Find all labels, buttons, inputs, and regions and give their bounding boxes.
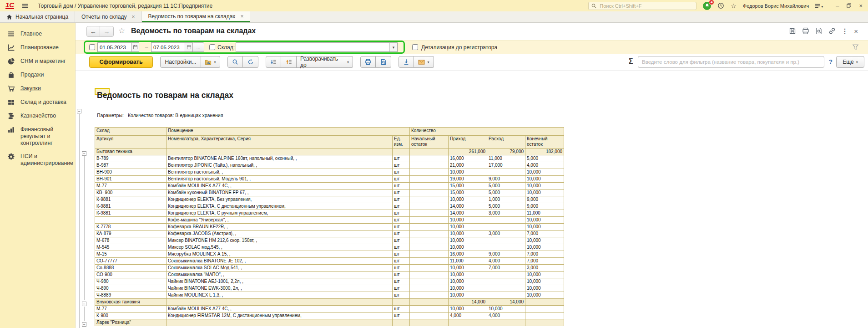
cell-unit[interactable]: шт bbox=[393, 237, 410, 244]
cell-article[interactable]: К-9881 bbox=[95, 203, 167, 210]
cell-article[interactable]: ВН-900 bbox=[95, 169, 167, 176]
cell-inflow[interactable]: 10,000 bbox=[449, 196, 487, 203]
cell-end[interactable]: 11,000 bbox=[525, 210, 564, 217]
cell-end[interactable]: 10,000 bbox=[525, 217, 564, 224]
cell-inflow[interactable]: 14,000 bbox=[449, 203, 487, 210]
tab-vedomost-po-tovaram[interactable]: Ведомость по товарам на складах × bbox=[142, 11, 251, 22]
cell-name[interactable]: Чайник BINATONE EWK-3000, 2л, , bbox=[167, 285, 393, 292]
sidebar-item-sklad-i-dostavka[interactable]: Склад и доставка bbox=[0, 96, 75, 109]
cell-end[interactable]: 10,000 bbox=[525, 176, 564, 183]
table-row[interactable]: М-77Комбайн MOULINEX А77 4С, ,шт10,00010… bbox=[95, 306, 564, 313]
table-row[interactable]: К-9881Кондиционер ELEKTA, С ручным управ… bbox=[95, 210, 564, 217]
table-row[interactable]: М-15Мясорубка MOULINEX А 15, ,шт16,0009,… bbox=[95, 251, 564, 258]
cell-begin[interactable] bbox=[410, 190, 449, 196]
cell-name[interactable]: Кофе-машина "Универсал", , bbox=[167, 217, 393, 224]
cell-end[interactable] bbox=[525, 306, 564, 313]
sidebar-item-kaznacheystvo[interactable]: Казначейство bbox=[0, 109, 75, 123]
date-from-input[interactable] bbox=[97, 42, 131, 52]
cell-unit[interactable] bbox=[393, 319, 410, 326]
find-button[interactable] bbox=[227, 56, 243, 68]
warehouse-checkbox[interactable] bbox=[209, 44, 215, 50]
cell-inflow[interactable]: 16,000 bbox=[449, 251, 487, 258]
cell-outflow[interactable] bbox=[487, 285, 525, 292]
cell-inflow[interactable]: 14,000 bbox=[449, 299, 487, 306]
cell-unit[interactable]: шт bbox=[393, 265, 410, 272]
cell-end[interactable]: 10,000 bbox=[525, 272, 564, 278]
cell-inflow[interactable]: 10,000 bbox=[449, 278, 487, 285]
cell-begin[interactable] bbox=[410, 231, 449, 237]
cell-article[interactable]: СО-980 bbox=[95, 272, 167, 278]
cell-begin[interactable] bbox=[410, 313, 449, 319]
cell-begin[interactable] bbox=[410, 306, 449, 313]
cell-outflow[interactable] bbox=[487, 217, 525, 224]
cell-article[interactable]: М-678 bbox=[95, 237, 167, 244]
table-row[interactable]: М-545Миксер SOLAC мод.545, ,шт10,00010,0… bbox=[95, 244, 564, 251]
dropdown-caret-icon[interactable]: ▾ bbox=[389, 43, 397, 51]
cell-article[interactable]: Ч-8889 bbox=[95, 292, 167, 299]
settings-button[interactable]: Настройки... bbox=[160, 56, 201, 68]
cell-end[interactable]: 10,000 bbox=[525, 285, 564, 292]
cell-unit[interactable]: шт bbox=[393, 224, 410, 231]
group-row[interactable]: Ларек "Розница" bbox=[95, 319, 564, 326]
cell-article[interactable]: Ларек "Розница" bbox=[95, 319, 167, 326]
cell-inflow[interactable]: 10,000 bbox=[449, 272, 487, 278]
table-row[interactable]: В-987Вентилятор JIPONIC (Тайв.), напольн… bbox=[95, 162, 564, 169]
cell-name[interactable]: Вентилятор BINATONE ALPINE 160вт, наполь… bbox=[167, 155, 393, 162]
cell-name[interactable] bbox=[167, 299, 393, 306]
cell-outflow[interactable] bbox=[487, 292, 525, 299]
sidebar-item-crm-i-marketing[interactable]: CRM и маркетинг bbox=[0, 55, 75, 68]
sidebar-item-prodazhi[interactable]: Продажи bbox=[0, 68, 75, 82]
table-row[interactable]: Ч-980Чайник BINATONE AEJ-1001, 2,2л, ,шт… bbox=[95, 278, 564, 285]
table-row[interactable]: Ч-890Чайник BINATONE EWK-3000, 2л, ,шт10… bbox=[95, 285, 564, 292]
table-row[interactable]: КА-879Кофеварка JACOBS (Австрия), ,шт10,… bbox=[95, 231, 564, 237]
cell-begin[interactable] bbox=[410, 176, 449, 183]
cell-article[interactable]: К-9881 bbox=[95, 210, 167, 217]
cell-outflow[interactable]: 4,000 bbox=[487, 313, 525, 319]
cell-outflow[interactable] bbox=[487, 278, 525, 285]
table-row[interactable]: К-9881Кондиционер ELEKTA, Без управления… bbox=[95, 196, 564, 203]
cell-end[interactable]: 10,000 bbox=[525, 190, 564, 196]
print-button[interactable] bbox=[360, 56, 376, 68]
cell-article[interactable]: ВН-901 bbox=[95, 176, 167, 183]
cell-article[interactable]: К-9881 bbox=[95, 196, 167, 203]
cell-begin[interactable] bbox=[410, 169, 449, 176]
cell-article[interactable]: Ч-890 bbox=[95, 285, 167, 292]
cell-article[interactable]: КВ- 900 bbox=[95, 190, 167, 196]
period-options-button[interactable]: ... bbox=[192, 42, 204, 52]
cell-end[interactable] bbox=[525, 313, 564, 319]
collapse-group-toggle[interactable]: − bbox=[82, 322, 86, 327]
cell-end[interactable]: 9,000 bbox=[525, 196, 564, 203]
cell-unit[interactable]: шт bbox=[393, 183, 410, 190]
cell-inflow[interactable]: 261,000 bbox=[449, 149, 487, 155]
cell-end[interactable]: 10,000 bbox=[525, 278, 564, 285]
cell-begin[interactable] bbox=[410, 258, 449, 265]
cell-end[interactable]: 9,000 bbox=[525, 203, 564, 210]
cell-begin[interactable] bbox=[410, 162, 449, 169]
collapse-rows-button[interactable] bbox=[266, 56, 281, 68]
warehouse-input[interactable] bbox=[236, 43, 389, 51]
cell-begin[interactable] bbox=[410, 272, 449, 278]
cell-begin[interactable] bbox=[410, 224, 449, 231]
cell-end[interactable]: 10,000 bbox=[525, 292, 564, 299]
cell-end[interactable] bbox=[525, 299, 564, 306]
table-row[interactable]: К-9881Кондиционер ELEKTA, С дистанционны… bbox=[95, 203, 564, 210]
close-icon[interactable]: × bbox=[240, 14, 243, 19]
cell-outflow[interactable]: 5,000 bbox=[487, 190, 525, 196]
cell-article[interactable]: М-15 bbox=[95, 251, 167, 258]
cell-name[interactable]: Кофеварка BRAUN KF22R, , bbox=[167, 224, 393, 231]
cell-outflow[interactable]: 79,000 bbox=[487, 149, 525, 155]
cell-begin[interactable] bbox=[410, 265, 449, 272]
table-row[interactable]: КВ- 900Комбайн кухонный BINATONE FP 67, … bbox=[95, 190, 564, 196]
table-row[interactable]: В-789Вентилятор BINATONE ALPINE 160вт, н… bbox=[95, 155, 564, 162]
cell-end[interactable]: 7,000 bbox=[525, 251, 564, 258]
cell-outflow[interactable]: 11,000 bbox=[487, 155, 525, 162]
detail-checkbox[interactable] bbox=[412, 44, 418, 50]
cell-name[interactable]: Миксер BINATONE HM 212,6 скор. 150вт, , bbox=[167, 237, 393, 244]
cell-name[interactable]: Комбайн MOULINEX А77 4С, , bbox=[167, 306, 393, 313]
cell-unit[interactable]: шт bbox=[393, 313, 410, 319]
cell-unit[interactable]: шт bbox=[393, 155, 410, 162]
cell-article[interactable]: Бытовая техника bbox=[95, 149, 167, 155]
filter-funnel-icon[interactable] bbox=[852, 44, 859, 52]
cell-unit[interactable]: шт bbox=[393, 278, 410, 285]
cell-article[interactable]: К-7778 bbox=[95, 224, 167, 231]
